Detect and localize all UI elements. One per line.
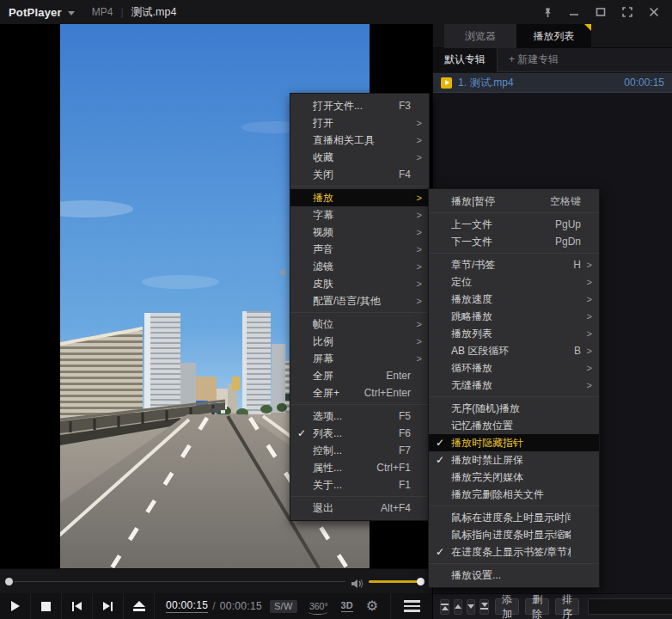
album-tab-new[interactable]: + 新建专辑 xyxy=(509,52,559,67)
menu-item-favorites[interactable]: 收藏 xyxy=(290,149,429,166)
menu-item-exit[interactable]: 退出Alt+F4 xyxy=(290,499,429,517)
submenu-arrow-icon xyxy=(411,279,422,289)
menu-item-frame[interactable]: 帧位 xyxy=(290,316,429,333)
menu-item-skip-playback[interactable]: 跳略播放 xyxy=(429,308,599,325)
move-top-button[interactable] xyxy=(440,599,449,615)
menu-item-screen[interactable]: 屏幕 xyxy=(290,350,429,367)
playlist-item-name: 测试.mp4 xyxy=(470,76,514,90)
menu-item-play[interactable]: 播放 xyxy=(290,189,429,206)
submenu-arrow-icon xyxy=(581,346,592,356)
menu-item-remember-position[interactable]: 记忆播放位置 xyxy=(429,417,599,434)
menu-item-config-language[interactable]: 配置/语言/其他 xyxy=(290,292,429,310)
panel-collapse-arrow-icon[interactable] xyxy=(279,268,285,277)
menu-item-close-after-play[interactable]: 播放完关闭媒体 xyxy=(429,469,599,486)
menu-item-close[interactable]: 关闭F4 xyxy=(290,166,429,183)
menu-item-playback-settings[interactable]: 播放设置... xyxy=(429,567,599,584)
chevron-down-icon[interactable] xyxy=(68,11,75,15)
play-button[interactable] xyxy=(0,593,31,619)
submenu-arrow-icon xyxy=(411,336,422,346)
menu-item-controls[interactable]: 控制...F7 xyxy=(290,442,429,459)
checkmark-icon xyxy=(290,425,313,442)
move-down-icon xyxy=(467,604,474,609)
previous-button[interactable] xyxy=(62,593,93,619)
playlist-toggle-icon[interactable] xyxy=(390,593,432,619)
menu-item-options[interactable]: 选项...F5 xyxy=(290,408,429,425)
volume-knob[interactable] xyxy=(417,578,425,585)
delete-button[interactable]: 删除 xyxy=(525,598,549,615)
menu-item-hide-cursor[interactable]: 播放时隐藏指针 xyxy=(429,434,599,451)
next-button[interactable] xyxy=(93,593,124,619)
menu-item-show-thumbnail-on-hover[interactable]: 鼠标指向进度条时显示缩略图 xyxy=(429,526,599,543)
move-bottom-button[interactable] xyxy=(480,599,489,615)
menu-item-disable-screensaver[interactable]: 播放时禁止屏保 xyxy=(429,451,599,469)
move-up-button[interactable] xyxy=(454,599,462,615)
playlist-search[interactable] xyxy=(588,598,672,615)
menu-item-audio[interactable]: 声音 xyxy=(290,241,429,258)
playlist-item-duration: 00:00:15 xyxy=(624,77,664,89)
menu-item-subtitles[interactable]: 字幕 xyxy=(290,206,429,224)
settings-gear-icon[interactable]: ⚙ xyxy=(366,599,378,613)
eject-button[interactable] xyxy=(124,593,155,619)
speaker-icon[interactable] xyxy=(351,577,364,592)
menu-item-ab-repeat[interactable]: AB 区段循环B xyxy=(429,342,599,359)
seek-track[interactable] xyxy=(12,581,345,582)
menu-item-playlist-view[interactable]: 列表...F6 xyxy=(290,425,429,442)
app-menu-button[interactable]: PotPlayer xyxy=(9,6,62,19)
menu-item-playlist[interactable]: 播放列表 xyxy=(429,325,599,342)
close-icon[interactable] xyxy=(645,3,663,21)
minimize-icon[interactable] xyxy=(565,3,583,21)
tab-browser[interactable]: 浏览器 xyxy=(444,24,516,48)
album-tab-default[interactable]: 默认专辑 xyxy=(433,48,498,72)
menu-item-speed[interactable]: 播放速度 xyxy=(429,291,599,308)
volume-slider[interactable] xyxy=(369,580,423,583)
menu-item-ratio[interactable]: 比例 xyxy=(290,333,429,350)
menu-item-seek[interactable]: 定位 xyxy=(429,273,599,291)
playlist-toolbar: 添加 删除 排序 xyxy=(433,593,672,619)
fullscreen-icon[interactable] xyxy=(618,3,637,21)
stereo-3d-icon[interactable]: 3D xyxy=(341,600,353,612)
playlist-row[interactable]: 1. 测试.mp4 00:00:15 xyxy=(433,73,672,93)
menu-item-next-file[interactable]: 下一文件PgDn xyxy=(429,233,599,250)
menu-item-delete-after-play[interactable]: 播放完删除相关文件 xyxy=(429,486,599,503)
menu-item-properties[interactable]: 属性...Ctrl+F1 xyxy=(290,459,429,476)
menu-item-shuffle[interactable]: 无序(随机)播放 xyxy=(429,400,599,417)
window-controls xyxy=(538,3,663,21)
move-top-icon xyxy=(442,606,449,610)
menu-item-play-pause[interactable]: 播放|暂停空格键 xyxy=(429,193,599,210)
menu-item-show-bookmarks[interactable]: 在进度条上显示书签/章节标记 xyxy=(429,543,599,561)
submenu-arrow-icon xyxy=(411,261,422,272)
submenu-arrow-icon xyxy=(581,363,592,373)
sort-button[interactable]: 排序 xyxy=(555,598,579,615)
menu-item-about[interactable]: 关于...F1 xyxy=(290,476,429,493)
move-down-button[interactable] xyxy=(467,599,475,615)
menu-item-live-tools[interactable]: 直播相关工具 xyxy=(290,132,429,149)
search-input[interactable] xyxy=(589,602,672,612)
submenu-arrow-icon xyxy=(411,152,422,162)
seek-knob[interactable] xyxy=(5,578,13,585)
rotation-360-icon[interactable]: 360° xyxy=(309,601,328,611)
menu-item-seamless[interactable]: 无缝播放 xyxy=(429,377,599,394)
menu-item-video[interactable]: 视频 xyxy=(290,224,429,241)
menu-separator xyxy=(290,404,429,405)
menu-item-loop[interactable]: 循环播放 xyxy=(429,359,599,377)
menu-item-skins[interactable]: 皮肤 xyxy=(290,275,429,292)
transport-buttons xyxy=(0,593,155,619)
add-button[interactable]: 添加 xyxy=(495,598,519,615)
menu-item-filters[interactable]: 滤镜 xyxy=(290,258,429,275)
previous-icon xyxy=(72,602,75,611)
album-bar: 默认专辑 + 新建专辑 xyxy=(433,48,672,72)
menu-item-prev-file[interactable]: 上一文件PgUp xyxy=(429,216,599,233)
stop-button[interactable] xyxy=(31,593,62,619)
menu-item-open[interactable]: 打开 xyxy=(290,114,429,132)
tab-playlist[interactable]: 播放列表 xyxy=(516,24,591,48)
menu-item-open-file[interactable]: 打开文件...F3 xyxy=(290,97,429,114)
menu-item-chapters[interactable]: 章节/书签H xyxy=(429,256,599,273)
pin-icon[interactable] xyxy=(538,3,557,21)
move-up-icon xyxy=(455,604,461,609)
menu-separator xyxy=(429,212,599,213)
checkmark-icon xyxy=(429,451,451,469)
menu-item-fullscreen-plus[interactable]: 全屏+Ctrl+Enter xyxy=(290,384,429,401)
maximize-icon[interactable] xyxy=(591,3,610,21)
menu-item-fullscreen[interactable]: 全屏Enter xyxy=(290,367,429,384)
menu-item-show-time-on-hover[interactable]: 鼠标在进度条上时显示时间 xyxy=(429,509,599,526)
